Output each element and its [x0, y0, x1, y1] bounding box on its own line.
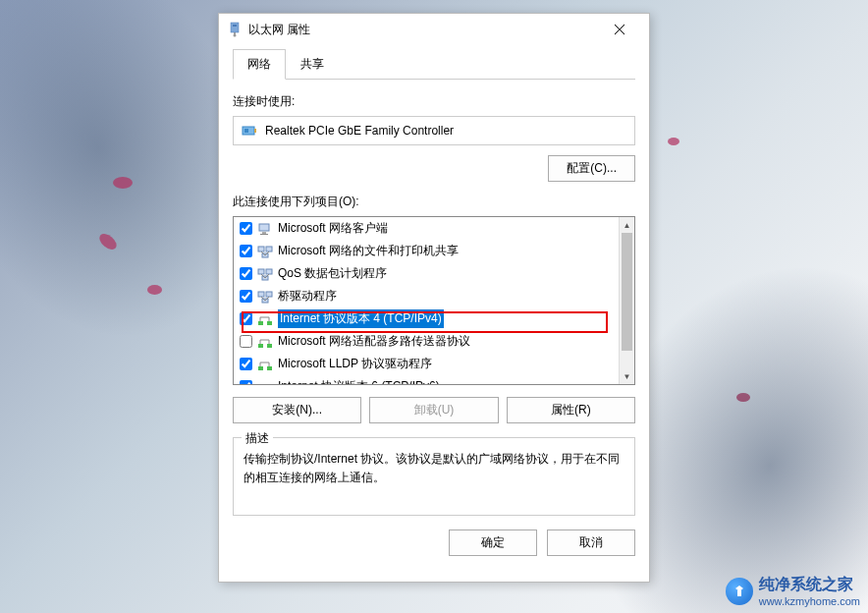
- item-checkbox[interactable]: [240, 290, 252, 303]
- svg-rect-11: [260, 234, 268, 235]
- service-icon: [257, 290, 273, 304]
- svg-rect-7: [254, 129, 256, 133]
- adapter-card-icon: [242, 123, 257, 139]
- list-item[interactable]: Microsoft LLDP 协议驱动程序: [234, 353, 634, 375]
- svg-rect-0: [231, 23, 239, 32]
- item-label: Internet 协议版本 4 (TCP/IPv4): [278, 309, 444, 328]
- titlebar: 以太网 属性: [219, 14, 649, 45]
- close-button[interactable]: [598, 15, 641, 44]
- item-checkbox[interactable]: [240, 335, 252, 348]
- item-checkbox[interactable]: [240, 245, 252, 257]
- item-label: Microsoft LLDP 协议驱动程序: [278, 355, 432, 373]
- item-label: QoS 数据包计划程序: [278, 264, 387, 283]
- svg-rect-23: [266, 292, 272, 297]
- scrollbar-thumb[interactable]: [622, 233, 632, 351]
- svg-rect-8: [244, 129, 248, 133]
- item-label: 桥驱动程序: [278, 287, 337, 306]
- watermark: 纯净系统之家 www.kzmyhome.com: [726, 575, 860, 607]
- item-checkbox[interactable]: [240, 312, 252, 325]
- svg-rect-27: [258, 321, 263, 325]
- description-text: 传输控制协议/Internet 协议。该协议是默认的广域网络协议，用于在不同的相…: [244, 452, 620, 484]
- network-items-listbox[interactable]: Microsoft 网络客户端Microsoft 网络的文件和打印机共享QoS …: [233, 216, 635, 385]
- service-icon: [257, 267, 273, 281]
- svg-rect-10: [262, 232, 266, 234]
- item-label: Microsoft 网络的文件和打印机共享: [278, 242, 459, 260]
- scroll-down-button[interactable]: ▼: [620, 368, 634, 384]
- watermark-title: 纯净系统之家: [759, 575, 860, 595]
- list-item[interactable]: Internet 协议版本 6 (TCP/IPv6): [234, 375, 634, 385]
- svg-rect-32: [258, 344, 263, 348]
- protocol-icon: [257, 335, 273, 349]
- svg-rect-18: [266, 269, 272, 274]
- protocol-icon: [257, 380, 273, 386]
- window-title: 以太网 属性: [248, 22, 598, 38]
- scroll-up-button[interactable]: ▲: [620, 217, 634, 233]
- svg-rect-13: [266, 247, 272, 251]
- tab-bar: 网络 共享: [233, 49, 635, 80]
- list-item[interactable]: Microsoft 网络客户端: [234, 217, 634, 240]
- svg-rect-47: [737, 590, 741, 596]
- client-icon: [257, 222, 273, 236]
- tab-networking[interactable]: 网络: [233, 49, 286, 80]
- svg-rect-33: [267, 344, 272, 348]
- properties-button[interactable]: 属性(R): [507, 397, 635, 423]
- ethernet-properties-dialog: 以太网 属性 网络 共享 连接时使用: Realtek PCIe GbE Fam…: [218, 13, 650, 583]
- svg-rect-9: [259, 224, 269, 231]
- svg-rect-1: [233, 25, 237, 27]
- tab-sharing[interactable]: 共享: [286, 49, 339, 80]
- item-checkbox[interactable]: [240, 358, 252, 370]
- item-checkbox[interactable]: [240, 222, 252, 235]
- protocol-icon: [257, 312, 273, 326]
- cancel-button[interactable]: 取消: [547, 529, 635, 556]
- adapter-display: Realtek PCIe GbE Family Controller: [233, 116, 635, 145]
- close-icon: [615, 25, 624, 34]
- svg-point-3: [234, 34, 237, 37]
- protocol-icon: [257, 358, 273, 371]
- list-item[interactable]: QoS 数据包计划程序: [234, 262, 634, 285]
- connect-using-label: 连接时使用:: [233, 93, 635, 110]
- svg-rect-12: [258, 247, 264, 251]
- description-group: 描述 传输控制协议/Internet 协议。该协议是默认的广域网络协议，用于在不…: [233, 437, 635, 516]
- scrollbar[interactable]: ▲ ▼: [619, 217, 634, 384]
- list-item[interactable]: Microsoft 网络的文件和打印机共享: [234, 240, 634, 262]
- item-label: Internet 协议版本 6 (TCP/IPv6): [278, 377, 440, 385]
- watermark-logo-icon: [726, 578, 753, 605]
- watermark-url: www.kzmyhome.com: [759, 595, 860, 607]
- svg-rect-38: [267, 366, 272, 370]
- install-button[interactable]: 安装(N)...: [233, 397, 361, 423]
- svg-rect-22: [258, 292, 264, 297]
- svg-rect-28: [267, 321, 272, 325]
- uninstall-button[interactable]: 卸载(U): [369, 397, 498, 423]
- ok-button[interactable]: 确定: [449, 529, 537, 556]
- item-label: Microsoft 网络客户端: [278, 219, 388, 238]
- list-item[interactable]: Internet 协议版本 4 (TCP/IPv4): [234, 307, 634, 330]
- items-used-label: 此连接使用下列项目(O):: [233, 194, 635, 210]
- network-adapter-icon: [227, 22, 243, 37]
- service-icon: [257, 245, 273, 258]
- configure-button[interactable]: 配置(C)...: [548, 155, 635, 182]
- item-label: Microsoft 网络适配器多路传送器协议: [278, 332, 470, 351]
- description-legend: 描述: [242, 429, 273, 448]
- item-checkbox[interactable]: [240, 380, 252, 385]
- item-checkbox[interactable]: [240, 267, 252, 280]
- svg-rect-37: [258, 366, 263, 370]
- svg-rect-17: [258, 269, 264, 274]
- adapter-name: Realtek PCIe GbE Family Controller: [265, 124, 454, 138]
- list-item[interactable]: 桥驱动程序: [234, 285, 634, 307]
- list-item[interactable]: Microsoft 网络适配器多路传送器协议: [234, 330, 634, 353]
